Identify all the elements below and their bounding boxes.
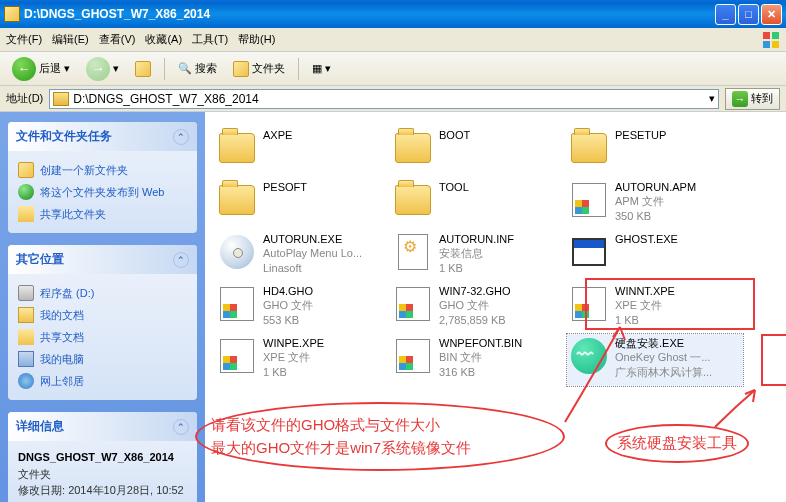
details-name: DNGS_GHOST_W7_X86_2014 (18, 449, 187, 466)
details-type: 文件夹 (18, 466, 187, 483)
file-name: AUTORUN.INF (439, 232, 565, 246)
place-icon (18, 351, 34, 367)
address-label: 地址(D) (6, 91, 43, 106)
folders-icon (233, 61, 249, 77)
highlight-box-gho (585, 278, 755, 330)
tasks-panel: 文件和文件夹任务 ⌃ 创建一个新文件夹将这个文件夹发布到 Web共享此文件夹 (8, 122, 197, 233)
panel-title: 其它位置 (16, 251, 64, 268)
place-icon (18, 329, 34, 345)
panel-title: 详细信息 (16, 418, 64, 435)
place-item[interactable]: 程序盘 (D:) (18, 282, 187, 304)
file-name: TOOL (439, 180, 565, 194)
file-name: AUTORUN.EXE (263, 232, 389, 246)
file-icon (217, 336, 257, 376)
annotation-gho-info: 请看该文件的GHO格式与文件大小 最大的GHO文件才是win7系统镜像文件 (195, 402, 565, 471)
back-arrow-icon: ← (12, 57, 36, 81)
file-item[interactable]: HD4.GHO GHO 文件553 KB (215, 282, 391, 334)
file-icon (217, 180, 257, 220)
menu-file[interactable]: 文件(F) (6, 32, 42, 47)
up-button[interactable] (129, 57, 157, 81)
file-item[interactable]: WINPE.XPE XPE 文件1 KB (215, 334, 391, 386)
go-label: 转到 (751, 91, 773, 106)
file-sub2: 316 KB (439, 365, 565, 379)
views-button[interactable]: ▦▾ (306, 58, 337, 79)
dropdown-icon: ▾ (113, 62, 119, 75)
menu-view[interactable]: 查看(V) (99, 32, 136, 47)
file-item[interactable]: BOOT (391, 126, 567, 178)
file-item[interactable]: PESOFT (215, 178, 391, 230)
file-item[interactable]: GHOST.EXE (567, 230, 743, 282)
panel-title: 文件和文件夹任务 (16, 128, 112, 145)
file-sub1: BIN 文件 (439, 350, 565, 364)
file-item[interactable]: AUTORUN.INF 安装信息1 KB (391, 230, 567, 282)
svg-rect-1 (772, 32, 779, 39)
place-item[interactable]: 我的电脑 (18, 348, 187, 370)
chevron-up-icon: ⌃ (173, 252, 189, 268)
svg-rect-0 (763, 32, 770, 39)
place-icon (18, 285, 34, 301)
place-item[interactable]: 共享文档 (18, 326, 187, 348)
file-info: AUTORUN.INF 安装信息1 KB (439, 232, 565, 275)
other-panel-header[interactable]: 其它位置 ⌃ (8, 245, 197, 274)
address-input[interactable] (73, 92, 705, 106)
file-info: GHOST.EXE (615, 232, 741, 246)
file-info: TOOL (439, 180, 565, 194)
file-info: AXPE (263, 128, 389, 142)
search-button[interactable]: 🔍 搜索 (172, 57, 223, 80)
tasks-panel-header[interactable]: 文件和文件夹任务 ⌃ (8, 122, 197, 151)
details-modified: 修改日期: 2014年10月28日, 10:52 (18, 482, 187, 499)
minimize-button[interactable]: _ (715, 4, 736, 25)
file-item[interactable]: AUTORUN.APM APM 文件350 KB (567, 178, 743, 230)
search-icon: 🔍 (178, 62, 192, 75)
file-item[interactable]: WIN7-32.GHO GHO 文件2,785,859 KB (391, 282, 567, 334)
close-button[interactable]: ✕ (761, 4, 782, 25)
task-icon (18, 184, 34, 200)
folders-button[interactable]: 文件夹 (227, 57, 291, 81)
maximize-button[interactable]: □ (738, 4, 759, 25)
task-label: 将这个文件夹发布到 Web (40, 185, 164, 200)
task-item[interactable]: 将这个文件夹发布到 Web (18, 181, 187, 203)
file-item[interactable]: WNPEFONT.BIN BIN 文件316 KB (391, 334, 567, 386)
file-info: AUTORUN.EXE AutoPlay Menu Lo...Linasoft (263, 232, 389, 275)
file-icon (393, 336, 433, 376)
file-icon (217, 232, 257, 272)
file-item[interactable]: AUTORUN.EXE AutoPlay Menu Lo...Linasoft (215, 230, 391, 282)
place-label: 我的文档 (40, 308, 84, 323)
go-button[interactable]: → 转到 (725, 88, 780, 110)
menu-edit[interactable]: 编辑(E) (52, 32, 89, 47)
menu-tools[interactable]: 工具(T) (192, 32, 228, 47)
file-item[interactable]: AXPE (215, 126, 391, 178)
folder-icon (53, 92, 69, 106)
chevron-up-icon: ⌃ (173, 419, 189, 435)
file-sub2: 350 KB (615, 209, 741, 223)
menu-favorites[interactable]: 收藏(A) (145, 32, 182, 47)
file-info: PESETUP (615, 128, 741, 142)
file-info: HD4.GHO GHO 文件553 KB (263, 284, 389, 327)
back-button[interactable]: ← 后退 ▾ (6, 53, 76, 85)
place-item[interactable]: 我的文档 (18, 304, 187, 326)
windows-logo-icon (762, 31, 780, 49)
file-name: 硬盘安装.EXE (615, 336, 741, 350)
file-item[interactable]: 硬盘安装.EXE OneKey Ghost 一...广东雨林木风计算... (567, 334, 743, 386)
arrow-to-installer (705, 382, 765, 432)
file-list: AXPE BOOT PESETUP PESOFT TOOL AUTORUN.AP… (205, 112, 786, 502)
file-icon (569, 128, 609, 168)
menu-help[interactable]: 帮助(H) (238, 32, 275, 47)
menu-bar: 文件(F) 编辑(E) 查看(V) 收藏(A) 工具(T) 帮助(H) (0, 28, 786, 52)
file-item[interactable]: TOOL (391, 178, 567, 230)
file-sub1: 安装信息 (439, 246, 565, 260)
task-item[interactable]: 共享此文件夹 (18, 203, 187, 225)
search-label: 搜索 (195, 61, 217, 76)
file-item[interactable]: PESETUP (567, 126, 743, 178)
dropdown-icon[interactable]: ▾ (709, 92, 715, 105)
highlight-box-installer (761, 334, 786, 386)
details-panel-header[interactable]: 详细信息 ⌃ (8, 412, 197, 441)
views-icon: ▦ (312, 62, 322, 75)
place-icon (18, 307, 34, 323)
file-info: AUTORUN.APM APM 文件350 KB (615, 180, 741, 223)
file-icon (393, 128, 433, 168)
forward-button[interactable]: → ▾ (80, 53, 125, 85)
place-item[interactable]: 网上邻居 (18, 370, 187, 392)
task-label: 共享此文件夹 (40, 207, 106, 222)
task-item[interactable]: 创建一个新文件夹 (18, 159, 187, 181)
